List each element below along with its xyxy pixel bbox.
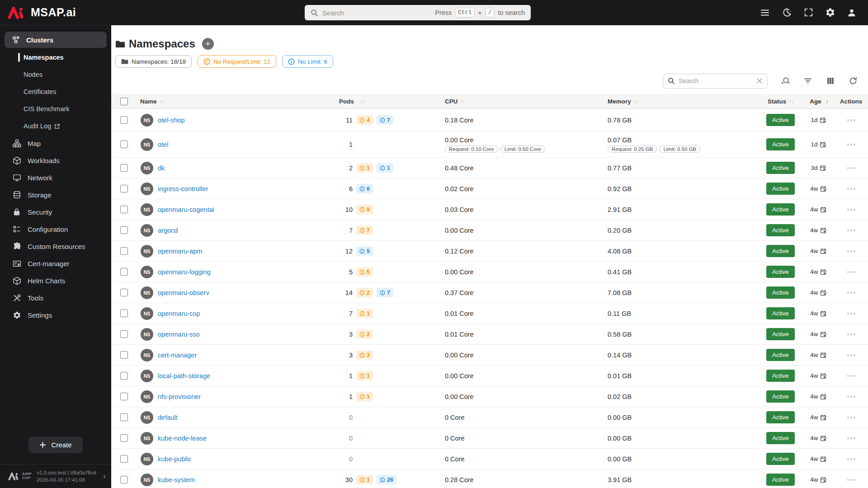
global-search-input[interactable] [322,9,390,17]
sidebar-item-workloads[interactable]: Workloads [0,152,111,169]
column-header-cpu[interactable]: CPU↑↓ [443,98,606,105]
namespace-link[interactable]: openmaru-cogentai [158,206,214,213]
filter-icon[interactable] [803,76,813,86]
namespace-link[interactable]: openmaru-logging [158,268,211,276]
namespace-link[interactable]: kube-node-lease [158,435,207,442]
sidebar-item-tools[interactable]: Tools [0,289,111,306]
row-actions-menu[interactable] [847,230,855,231]
row-checkbox[interactable] [120,413,128,421]
row-actions-menu[interactable] [847,396,855,398]
row-checkbox[interactable] [120,330,128,338]
sidebar-item-cis-benchmark[interactable]: CIS Benchmark [0,100,111,117]
advanced-search-icon[interactable] [780,76,790,86]
namespace-link[interactable]: local-path-storage [158,372,210,380]
select-all-checkbox[interactable] [120,98,128,105]
columns-icon[interactable] [826,76,835,86]
row-checkbox[interactable] [120,226,128,234]
row-checkbox[interactable] [120,268,128,276]
row-checkbox[interactable] [120,476,128,483]
column-header-pods[interactable]: Pods↑↓ [339,98,443,105]
row-actions-menu[interactable] [847,333,855,335]
row-actions-menu[interactable] [847,479,855,481]
create-button[interactable]: Create [28,436,82,453]
age-value: 1d [811,141,817,148]
row-checkbox[interactable] [120,455,128,463]
namespace-link[interactable]: kube-public [158,455,191,463]
sidebar-item-clusters[interactable]: Clusters [5,32,107,48]
row-checkbox[interactable] [120,185,128,192]
sidebar-item-custom-resources[interactable]: Custom Resources [0,238,111,255]
table-row: NSopenmaru-cop710.01 Core0.11 GBActive4w [111,303,868,324]
namespace-link[interactable]: ingress-controller [158,185,208,192]
row-checkbox[interactable] [120,434,128,442]
namespace-link[interactable]: argocd [158,227,178,234]
row-checkbox[interactable] [120,289,128,296]
sidebar-item-storage[interactable]: Storage [0,186,111,203]
row-actions-menu[interactable] [847,313,855,314]
column-header-name[interactable]: Name↑↓ [137,98,339,105]
row-actions-menu[interactable] [847,375,855,377]
user-icon[interactable] [846,7,857,18]
row-checkbox[interactable] [120,206,128,213]
row-checkbox[interactable] [120,247,128,255]
row-checkbox[interactable] [120,310,128,317]
sidebar-item-settings[interactable]: Settings [0,306,111,324]
row-actions-menu[interactable] [847,458,855,460]
row-checkbox[interactable] [120,164,128,172]
namespace-link[interactable]: openmaru-apm [158,248,202,255]
row-checkbox[interactable] [120,116,128,124]
sidebar-item-nodes[interactable]: Nodes [0,66,111,83]
dark-mode-icon[interactable] [781,7,792,18]
brand-logo[interactable]: MSAP.ai [0,6,111,19]
namespace-link[interactable]: dk [158,164,165,172]
table-search[interactable] [663,74,768,89]
namespace-link[interactable]: default [158,414,178,421]
sidebar-item-audit-log[interactable]: Audit Log [0,117,111,135]
sidebar-item-network[interactable]: Network [0,169,111,186]
row-actions-menu[interactable] [847,271,855,273]
sidebar-item-namespaces[interactable]: Namespaces [0,49,111,66]
row-actions-menu[interactable] [847,437,855,439]
column-header-status[interactable]: Status↑↓ [762,98,802,105]
sidebar-item-security[interactable]: Security [0,203,111,221]
fullscreen-icon[interactable] [803,7,814,18]
sidebar-item-map[interactable]: Map [0,135,111,152]
namespace-link[interactable]: kube-system [158,476,195,483]
row-actions-menu[interactable] [847,417,855,418]
namespace-link[interactable]: openmaru-cop [158,310,200,317]
sidebar-item-certificates[interactable]: Certificates [0,83,111,100]
table-search-input[interactable] [679,77,753,84]
row-checkbox[interactable] [120,351,128,359]
row-actions-menu[interactable] [847,167,855,169]
namespace-link[interactable]: nfs-provisioner [158,393,201,400]
clear-icon[interactable] [756,78,763,84]
row-actions-menu[interactable] [847,188,855,190]
column-header-memory[interactable]: Memory↑↓ [606,98,762,105]
global-search[interactable]: Press Ctrl + / to search [305,5,531,20]
sidebar-collapse-icon[interactable]: ‹ [103,472,106,481]
refresh-icon[interactable] [848,76,858,86]
row-checkbox[interactable] [120,372,128,380]
row-actions-menu[interactable] [847,209,855,211]
row-checkbox[interactable] [120,393,128,400]
namespace-link[interactable]: cert-manager [158,352,197,359]
namespace-link[interactable]: openmaru-sso [158,331,200,338]
memory-value: 0.78 GB [608,117,632,124]
sidebar-item-cert-manager[interactable]: Cert-manager [0,255,111,272]
row-actions-menu[interactable] [847,119,855,121]
gear-icon[interactable] [825,7,835,18]
row-actions-menu[interactable] [847,354,855,356]
sidebar-item-helm-charts[interactable]: Helm Charts [0,272,111,289]
row-actions-menu[interactable] [847,292,855,294]
column-header-age[interactable]: Age↑ [802,98,834,105]
row-actions-menu[interactable] [847,144,855,145]
namespace-link[interactable]: otel-shop [158,117,185,124]
row-actions-menu[interactable] [847,250,855,252]
namespace-link[interactable]: otel [158,141,168,148]
namespace-link[interactable]: openmaru-observ [158,289,209,296]
add-namespace-button[interactable]: + [202,38,214,50]
menu-icon[interactable] [760,7,770,18]
pods-warning-badge: 4 [356,115,373,125]
sidebar-item-configuration[interactable]: Configuration [0,221,111,238]
row-checkbox[interactable] [120,141,128,148]
